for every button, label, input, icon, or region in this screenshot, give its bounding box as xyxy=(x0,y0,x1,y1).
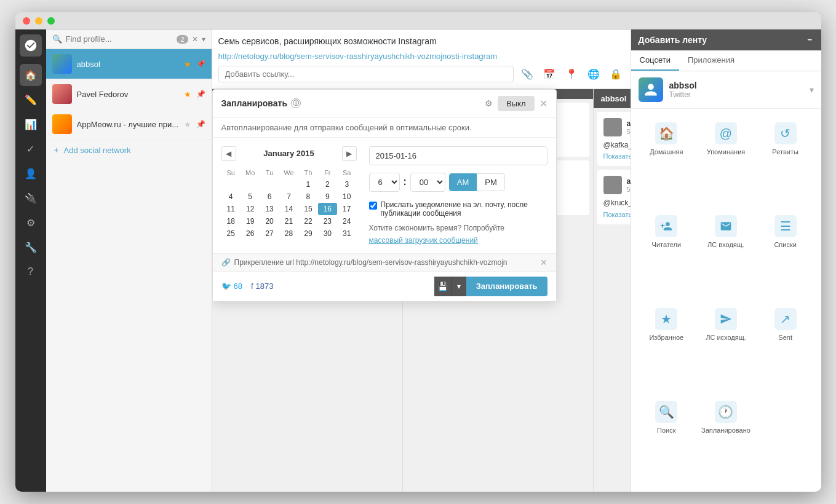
calendar-day[interactable]: 26 xyxy=(241,227,260,240)
grid-item-sent[interactable]: ↗ Sent xyxy=(756,301,815,393)
date-input[interactable] xyxy=(369,146,547,165)
maximize-button[interactable] xyxy=(47,17,55,25)
bulk-link[interactable]: массовый загрузчик сообщений xyxy=(369,236,547,245)
close-scheduler-button[interactable]: ✕ xyxy=(539,98,547,109)
calendar-day[interactable]: 16 xyxy=(318,203,337,215)
calendar-day[interactable]: 3 xyxy=(337,178,356,191)
nav-item-activity[interactable]: 📊 xyxy=(20,113,42,135)
nav-item-compose[interactable]: ✏️ xyxy=(20,89,42,111)
calendar-day[interactable]: 8 xyxy=(298,191,317,203)
nav-item-settings[interactable]: ⚙ xyxy=(20,211,42,234)
calendar-day[interactable]: 9 xyxy=(318,191,337,203)
calendar-grid: Su Mo Tu We Th Fr Sa xyxy=(221,167,357,240)
calendar-day[interactable]: 4 xyxy=(221,191,241,203)
tab-apps[interactable]: Приложения xyxy=(679,50,743,71)
search-clear-icon[interactable]: ✕ xyxy=(192,35,198,44)
calendar-day[interactable]: 2 xyxy=(318,178,337,191)
right-panel-minimize-icon[interactable]: － xyxy=(805,34,814,45)
calendar-day[interactable]: 10 xyxy=(337,191,356,203)
calendar-icon[interactable]: 📅 xyxy=(541,66,558,82)
grid-item-favorites[interactable]: ★ Избранное xyxy=(637,301,696,393)
calendar-day[interactable]: 30 xyxy=(318,227,337,240)
nav-item-help[interactable]: ? xyxy=(20,261,42,283)
grid-item-followers[interactable]: Читатели xyxy=(637,208,696,300)
calendar-day[interactable]: 22 xyxy=(298,215,317,227)
add-network-button[interactable]: ＋ Add social network xyxy=(46,140,212,160)
followers-icon xyxy=(655,215,677,237)
grid-item-scheduled[interactable]: 🕐 Запланировано xyxy=(696,393,755,486)
off-button[interactable]: Выкл xyxy=(498,96,534,111)
calendar-day[interactable]: 29 xyxy=(298,227,317,240)
calendar-day[interactable]: 23 xyxy=(318,215,337,227)
add-icon: ＋ xyxy=(52,144,60,156)
grid-item-lists[interactable]: ☰ Списки xyxy=(756,208,815,300)
tab-social[interactable]: Соцсети xyxy=(631,50,679,71)
calendar-day xyxy=(279,178,298,191)
attachment-icon[interactable]: 📎 xyxy=(519,66,536,82)
calendar-day[interactable]: 6 xyxy=(260,191,279,203)
calendar-day[interactable]: 11 xyxy=(221,203,241,215)
nav-item-tools[interactable]: 🔧 xyxy=(20,236,42,258)
calendar-day[interactable]: 7 xyxy=(279,191,298,203)
am-button[interactable]: AM xyxy=(449,173,477,191)
compose-link-input[interactable] xyxy=(218,66,514,82)
calendar-day[interactable]: 17 xyxy=(337,203,356,215)
nav-item-home[interactable]: 🏠 xyxy=(20,64,42,86)
grid-item-dm-out[interactable]: ЛС исходящ. xyxy=(696,301,755,393)
right-panel: Добавить ленту － Соцсети Приложения abbs… xyxy=(631,30,821,492)
info-icon[interactable]: ⓘ xyxy=(291,98,301,108)
calendar-day[interactable]: 21 xyxy=(279,215,298,227)
calendar-day[interactable]: 27 xyxy=(260,227,279,240)
calendar-day[interactable]: 19 xyxy=(241,215,260,227)
cal-month-label: January 2015 xyxy=(263,149,314,158)
user-dropdown-icon[interactable]: ▾ xyxy=(810,85,814,95)
notify-check-row: Прислать уведомление на эл. почту, после… xyxy=(369,200,547,218)
save-dropdown-button[interactable]: ▾ xyxy=(452,277,466,296)
settings-button[interactable]: ⚙ xyxy=(485,98,493,108)
save-button[interactable]: 💾 xyxy=(434,277,452,296)
attachment-close-button[interactable]: ✕ xyxy=(540,258,547,267)
profile-item-fedorov[interactable]: Pavel Fedorov ★ 📌 xyxy=(46,79,212,109)
calendar-day[interactable]: 5 xyxy=(241,191,260,203)
search-input[interactable] xyxy=(66,34,173,44)
pm-button[interactable]: PM xyxy=(477,173,505,191)
profile-item-appmeow[interactable]: AppMeow.ru - лучшие при... ★ 📌 xyxy=(46,109,212,140)
calendar-day[interactable]: 14 xyxy=(279,203,298,215)
location-icon[interactable]: 📍 xyxy=(563,66,580,82)
grid-item-home[interactable]: 🏠 Домашняя xyxy=(637,115,696,207)
calendar-day xyxy=(241,178,260,191)
calendar-day[interactable]: 12 xyxy=(241,203,260,215)
lock-icon[interactable]: 🔒 xyxy=(607,66,624,82)
nav-item-profile[interactable]: 👤 xyxy=(20,162,42,184)
globe-icon[interactable]: 🌐 xyxy=(585,66,602,82)
calendar-day[interactable]: 1 xyxy=(298,178,317,191)
minimize-button[interactable] xyxy=(35,17,42,25)
grid-item-dm-in[interactable]: ЛС входящ. xyxy=(696,208,755,300)
profile-item-abbsol[interactable]: abbsol ★ 📌 xyxy=(46,49,212,79)
calendar-day[interactable]: 13 xyxy=(260,203,279,215)
calendar-day[interactable]: 25 xyxy=(221,227,241,240)
calendar-day[interactable]: 15 xyxy=(298,203,317,215)
hour-select[interactable]: 6 xyxy=(369,173,400,192)
search-chevron-icon[interactable]: ▾ xyxy=(202,35,205,44)
calendar-day[interactable]: 18 xyxy=(221,215,241,227)
nav-item-tasks[interactable]: ✓ xyxy=(20,138,42,160)
calendar-day[interactable]: 20 xyxy=(260,215,279,227)
calendar-day[interactable]: 24 xyxy=(337,215,356,227)
nav-item-plugins[interactable]: 🔌 xyxy=(20,187,42,209)
feed-meta: abbsol 5:02pm через TweetDeck xyxy=(627,177,631,193)
minute-select[interactable]: 00 xyxy=(410,173,445,192)
grid-item-mentions[interactable]: @ Упоминания xyxy=(696,115,755,207)
grid-item-search[interactable]: 🔍 Поиск xyxy=(637,393,696,486)
calendar-day[interactable]: 28 xyxy=(279,227,298,240)
cal-prev-button[interactable]: ◀ xyxy=(221,146,236,161)
show-conversation-link[interactable]: Показать разговор xyxy=(603,152,631,160)
grid-item-retweets[interactable]: ↺ Ретвиты xyxy=(756,115,815,207)
calendar-day[interactable]: 31 xyxy=(337,227,356,240)
notify-checkbox[interactable] xyxy=(369,202,377,210)
schedule-button[interactable]: Запланировать xyxy=(466,277,547,296)
cal-next-button[interactable]: ▶ xyxy=(342,146,357,161)
close-button[interactable] xyxy=(23,17,30,25)
show-conversation-link[interactable]: Показать разговор xyxy=(603,211,631,218)
mention-label: Упоминания xyxy=(707,148,746,156)
